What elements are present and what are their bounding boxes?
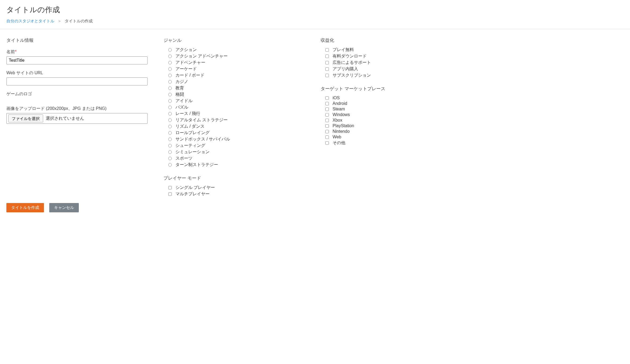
monetization-label: 有料ダウンロード	[333, 53, 367, 59]
genre-item: パズル	[168, 105, 305, 110]
cancel-button[interactable]: キャンセル	[49, 203, 79, 212]
genre-label: 教育	[175, 85, 184, 91]
section-title-monetization: 収益化	[321, 37, 427, 43]
marketplace-item: iOS	[325, 96, 427, 100]
monetization-label: 広告によるサポート	[333, 60, 371, 65]
marketplace-item: Nintendo	[325, 129, 427, 134]
marketplace-item: Steam	[325, 107, 427, 111]
logo-label: ゲームのロゴ	[6, 91, 148, 97]
marketplace-label: Steam	[333, 107, 345, 111]
marketplace-checkbox[interactable]	[325, 102, 329, 105]
genre-item: カジノ	[168, 79, 305, 85]
required-asterisk: *	[15, 49, 17, 54]
genre-radio[interactable]	[168, 163, 172, 167]
marketplace-checkbox[interactable]	[325, 119, 329, 122]
genre-radio[interactable]	[168, 99, 172, 103]
genre-label: アイドル	[175, 98, 193, 104]
create-title-button[interactable]: タイトルを作成	[6, 203, 44, 212]
genre-radio[interactable]	[168, 67, 172, 71]
genre-item: アクション アドベンチャー	[168, 53, 305, 59]
file-status-text: 選択されていません	[45, 113, 84, 123]
genre-label: アドベンチャー	[175, 60, 205, 65]
column-title-info: タイトル情報 名前* Web サイトの URL ゲームのロゴ 画像をアップロード…	[6, 37, 148, 198]
monetization-label: プレイ無料	[333, 47, 354, 53]
marketplace-checkbox[interactable]	[325, 96, 329, 100]
marketplace-checkbox[interactable]	[325, 130, 329, 133]
player-mode-list: シングル プレイヤーマルチプレイヤー	[163, 185, 305, 197]
marketplace-label: PlayStation	[333, 123, 354, 128]
genre-label: アーケード	[175, 66, 197, 72]
genre-radio[interactable]	[168, 150, 172, 154]
field-url: Web サイトの URL	[6, 70, 148, 85]
file-select-button[interactable]: ファイルを選択	[8, 114, 43, 122]
marketplace-checkbox[interactable]	[325, 107, 329, 111]
field-logo: ゲームのロゴ 画像をアップロード (200x200px、JPG または PNG)…	[6, 91, 148, 124]
player-mode-item: マルチプレイヤー	[168, 191, 305, 197]
name-input[interactable]	[6, 56, 148, 64]
genre-radio[interactable]	[168, 61, 172, 64]
monetization-item: アプリ内購入	[325, 66, 427, 72]
breadcrumb-current: タイトルの作成	[65, 19, 93, 23]
marketplace-item: Windows	[325, 112, 427, 117]
genre-radio[interactable]	[168, 157, 172, 160]
monetization-list: プレイ無料有料ダウンロード広告によるサポートアプリ内購入サブスクリプション	[321, 47, 427, 78]
column-monetization: 収益化 プレイ無料有料ダウンロード広告によるサポートアプリ内購入サブスクリプショ…	[321, 37, 427, 198]
player-mode-item: シングル プレイヤー	[168, 185, 305, 191]
marketplace-item: その他	[325, 140, 427, 146]
url-label: Web サイトの URL	[6, 70, 148, 76]
genre-radio[interactable]	[168, 55, 172, 58]
url-input[interactable]	[6, 77, 148, 85]
genre-radio[interactable]	[168, 80, 172, 84]
genre-item: リズム / ダンス	[168, 124, 305, 129]
genre-radio[interactable]	[168, 112, 172, 115]
monetization-item: サブスクリプション	[325, 73, 427, 78]
breadcrumb-separator: ＞	[58, 19, 62, 23]
genre-radio[interactable]	[168, 74, 172, 77]
genre-item: アクション	[168, 47, 305, 53]
marketplace-label: その他	[333, 140, 345, 146]
marketplace-checkbox[interactable]	[325, 113, 329, 117]
marketplace-checkbox[interactable]	[325, 124, 329, 128]
monetization-checkbox[interactable]	[325, 61, 329, 64]
marketplace-list: iOSAndroidSteamWindowsXboxPlayStationNin…	[321, 96, 427, 146]
monetization-checkbox[interactable]	[325, 74, 329, 77]
genre-label: シューティング	[175, 143, 205, 148]
genre-radio[interactable]	[168, 144, 172, 147]
monetization-checkbox[interactable]	[325, 67, 329, 71]
marketplace-checkbox[interactable]	[325, 141, 329, 145]
genre-radio[interactable]	[168, 131, 172, 135]
section-title-player-mode: プレイヤー モード	[163, 175, 305, 181]
monetization-checkbox[interactable]	[325, 48, 329, 52]
monetization-checkbox[interactable]	[325, 55, 329, 58]
genre-label: アクション アドベンチャー	[175, 53, 228, 59]
marketplace-label: Web	[333, 135, 341, 139]
breadcrumb-link-studios[interactable]: 自分のスタジオとタイトル	[6, 19, 54, 23]
player-mode-checkbox[interactable]	[168, 192, 172, 196]
genre-item: アーケード	[168, 66, 305, 72]
name-label-text: 名前	[6, 49, 15, 54]
genre-label: サンドボックス / サバイバル	[175, 136, 230, 142]
marketplace-item: Android	[325, 101, 427, 106]
marketplace-label: Nintendo	[333, 129, 350, 134]
genre-radio[interactable]	[168, 125, 172, 128]
page-title: タイトルの作成	[6, 5, 624, 15]
content-area: タイトル情報 名前* Web サイトの URL ゲームのロゴ 画像をアップロード…	[0, 29, 630, 203]
genre-radio[interactable]	[168, 138, 172, 141]
genre-radio[interactable]	[168, 118, 172, 122]
section-title-marketplace: ターゲット マーケットプレース	[321, 86, 427, 92]
genre-label: 格闘	[175, 92, 184, 97]
genre-radio[interactable]	[168, 106, 172, 109]
marketplace-checkbox[interactable]	[325, 135, 329, 139]
player-mode-checkbox[interactable]	[168, 186, 172, 189]
genre-item: ロールプレイング	[168, 130, 305, 136]
marketplace-label: Android	[333, 101, 347, 106]
genre-item: ターン制ストラテジー	[168, 162, 305, 168]
genre-radio[interactable]	[168, 48, 172, 52]
genre-item: カード / ボード	[168, 73, 305, 78]
genre-label: アクション	[175, 47, 197, 53]
genre-item: 教育	[168, 85, 305, 91]
genre-label: カード / ボード	[175, 73, 204, 78]
genre-radio[interactable]	[168, 86, 172, 90]
genre-radio[interactable]	[168, 93, 172, 96]
monetization-label: サブスクリプション	[333, 73, 371, 78]
